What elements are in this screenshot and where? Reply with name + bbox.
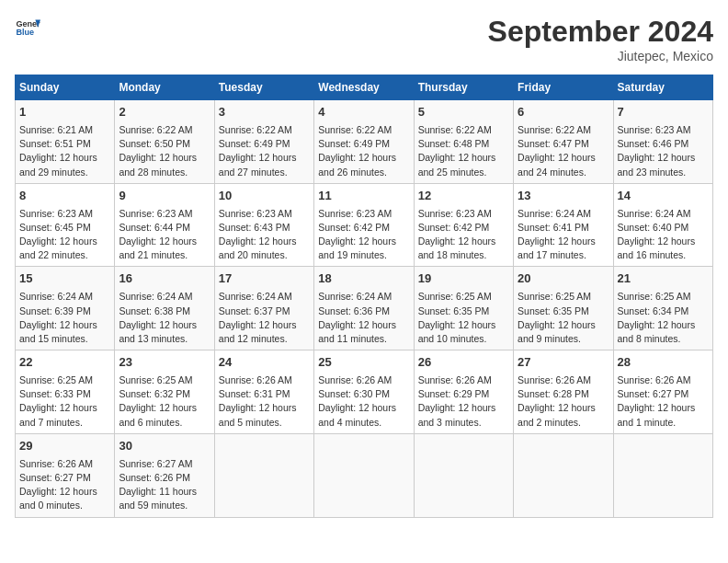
calendar-cell [314,433,414,517]
calendar-cell: 21Sunrise: 6:25 AMSunset: 6:34 PMDayligh… [613,267,712,350]
calendar-header-row: SundayMondayTuesdayWednesdayThursdayFrid… [16,75,713,100]
calendar-week-row: 15Sunrise: 6:24 AMSunset: 6:39 PMDayligh… [16,267,713,350]
calendar-cell: 22Sunrise: 6:25 AMSunset: 6:33 PMDayligh… [16,350,115,434]
calendar-cell: 2Sunrise: 6:22 AMSunset: 6:50 PMDaylight… [115,100,214,184]
calendar-cell: 11Sunrise: 6:23 AMSunset: 6:42 PMDayligh… [314,183,414,267]
calendar-cell: 30Sunrise: 6:27 AMSunset: 6:26 PMDayligh… [115,433,214,517]
day-number: 28 [618,354,709,372]
day-number: 14 [618,188,709,205]
day-number: 24 [219,354,310,372]
day-header-sunday: Sunday [16,75,115,100]
calendar-body: 1Sunrise: 6:21 AMSunset: 6:51 PMDaylight… [16,100,713,518]
calendar-cell: 19Sunrise: 6:25 AMSunset: 6:35 PMDayligh… [414,267,513,350]
day-number: 30 [119,438,210,455]
calendar-cell: 6Sunrise: 6:22 AMSunset: 6:47 PMDaylight… [514,100,613,184]
day-header-thursday: Thursday [414,75,513,100]
calendar-cell: 16Sunrise: 6:24 AMSunset: 6:38 PMDayligh… [115,267,214,350]
day-header-saturday: Saturday [613,75,712,100]
day-number: 9 [119,188,210,205]
calendar-cell: 4Sunrise: 6:22 AMSunset: 6:49 PMDaylight… [314,100,414,184]
calendar-cell: 12Sunrise: 6:23 AMSunset: 6:42 PMDayligh… [414,183,513,267]
day-number: 21 [618,270,709,288]
day-number: 19 [418,270,509,288]
calendar-week-row: 8Sunrise: 6:23 AMSunset: 6:45 PMDaylight… [16,183,713,267]
calendar-cell: 1Sunrise: 6:21 AMSunset: 6:51 PMDaylight… [16,100,115,184]
calendar-cell: 28Sunrise: 6:26 AMSunset: 6:27 PMDayligh… [613,350,712,434]
month-title: September 2024 [488,15,713,49]
calendar-cell: 9Sunrise: 6:23 AMSunset: 6:44 PMDaylight… [115,183,214,267]
day-header-monday: Monday [115,75,214,100]
calendar-cell: 5Sunrise: 6:22 AMSunset: 6:48 PMDaylight… [414,100,513,184]
title-area: September 2024 Jiutepec, Mexico [488,15,713,63]
day-number: 27 [518,354,609,372]
calendar-week-row: 1Sunrise: 6:21 AMSunset: 6:51 PMDaylight… [16,100,713,184]
calendar-cell: 20Sunrise: 6:25 AMSunset: 6:35 PMDayligh… [514,267,613,350]
day-number: 4 [318,104,409,121]
calendar-cell: 7Sunrise: 6:23 AMSunset: 6:46 PMDaylight… [613,100,712,184]
calendar-week-row: 29Sunrise: 6:26 AMSunset: 6:27 PMDayligh… [16,433,713,517]
calendar-cell: 3Sunrise: 6:22 AMSunset: 6:49 PMDaylight… [214,100,313,184]
calendar-cell: 18Sunrise: 6:24 AMSunset: 6:36 PMDayligh… [314,267,414,350]
calendar-cell: 24Sunrise: 6:26 AMSunset: 6:31 PMDayligh… [214,350,313,434]
day-number: 25 [318,354,409,372]
day-number: 10 [219,188,310,205]
day-number: 29 [19,438,110,455]
location-subtitle: Jiutepec, Mexico [488,49,713,63]
calendar-cell [214,433,313,517]
day-number: 7 [618,104,709,121]
calendar-cell: 13Sunrise: 6:24 AMSunset: 6:41 PMDayligh… [514,183,613,267]
day-number: 15 [19,270,110,288]
calendar-table: SundayMondayTuesdayWednesdayThursdayFrid… [15,75,713,518]
calendar-cell: 23Sunrise: 6:25 AMSunset: 6:32 PMDayligh… [115,350,214,434]
logo: General Blue [15,15,40,40]
logo-icon: General Blue [15,15,40,40]
day-header-friday: Friday [514,75,613,100]
header: General Blue September 2024 Jiutepec, Me… [15,15,713,63]
day-number: 20 [518,270,609,288]
calendar-cell: 26Sunrise: 6:26 AMSunset: 6:29 PMDayligh… [414,350,513,434]
day-number: 26 [418,354,509,372]
calendar-cell: 25Sunrise: 6:26 AMSunset: 6:30 PMDayligh… [314,350,414,434]
day-number: 5 [418,104,509,121]
day-header-wednesday: Wednesday [314,75,414,100]
day-header-tuesday: Tuesday [214,75,313,100]
calendar-cell [514,433,613,517]
day-number: 6 [518,104,609,121]
calendar-week-row: 22Sunrise: 6:25 AMSunset: 6:33 PMDayligh… [16,350,713,434]
day-number: 12 [418,188,509,205]
calendar-cell [613,433,712,517]
calendar-cell: 17Sunrise: 6:24 AMSunset: 6:37 PMDayligh… [214,267,313,350]
calendar-cell: 27Sunrise: 6:26 AMSunset: 6:28 PMDayligh… [514,350,613,434]
calendar-cell [414,433,513,517]
calendar-cell: 8Sunrise: 6:23 AMSunset: 6:45 PMDaylight… [16,183,115,267]
day-number: 17 [219,270,310,288]
calendar-cell: 14Sunrise: 6:24 AMSunset: 6:40 PMDayligh… [613,183,712,267]
day-number: 3 [219,104,310,121]
day-number: 2 [119,104,210,121]
day-number: 11 [318,188,409,205]
calendar-cell: 15Sunrise: 6:24 AMSunset: 6:39 PMDayligh… [16,267,115,350]
svg-text:Blue: Blue [16,28,34,37]
day-number: 22 [19,354,110,372]
calendar-cell: 29Sunrise: 6:26 AMSunset: 6:27 PMDayligh… [16,433,115,517]
day-number: 13 [518,188,609,205]
day-number: 8 [19,188,110,205]
day-number: 1 [19,104,110,121]
day-number: 23 [119,354,210,372]
calendar-cell: 10Sunrise: 6:23 AMSunset: 6:43 PMDayligh… [214,183,313,267]
day-number: 16 [119,270,210,288]
day-number: 18 [318,270,409,288]
